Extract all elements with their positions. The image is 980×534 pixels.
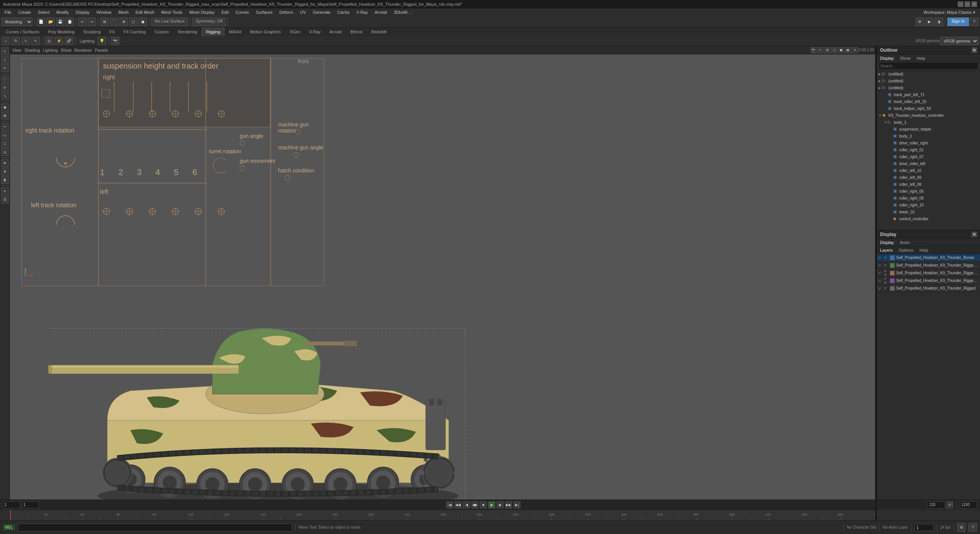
outliner-item[interactable]: ▣ roller_right_06 — [877, 188, 980, 195]
paint-tool[interactable]: ✏ — [1, 64, 9, 72]
outliner-item[interactable]: ▣ body_3 — [877, 133, 980, 139]
tab-mash[interactable]: MASH — [225, 28, 245, 36]
vp-grid-btn[interactable]: ⊞ — [824, 47, 830, 53]
create-curve[interactable]: 〜 — [1, 123, 9, 131]
vp-menu-show[interactable]: Show — [61, 48, 72, 52]
close-button[interactable]: ✕ — [972, 2, 977, 7]
menu-cache[interactable]: Cache — [334, 9, 353, 15]
vp-menu-renderer[interactable]: Renderer — [74, 48, 92, 52]
timeline-playhead[interactable] — [10, 510, 11, 520]
outliner-tab-help[interactable]: Help — [915, 56, 927, 61]
outliner-item[interactable]: ▣ suspension_helper — [877, 126, 980, 133]
outliner-item[interactable]: ▣ roller_right_07 — [877, 153, 980, 160]
tab-fx[interactable]: FX — [105, 28, 119, 36]
gamma-dropdown[interactable]: sRGB gamma — [940, 37, 978, 45]
vp-texture-btn[interactable]: ▦ — [845, 47, 851, 53]
current-frame-field[interactable] — [22, 501, 39, 508]
vp-menu-view[interactable]: View — [12, 48, 21, 52]
viewport[interactable]: suspension height and track order right — [10, 54, 877, 520]
open-file-btn[interactable]: 📂 — [46, 18, 55, 26]
layer-tab-anim[interactable]: Anim — [898, 240, 911, 245]
menu-surfaces[interactable]: Surfaces — [253, 9, 275, 15]
menu-create[interactable]: Create — [15, 9, 34, 15]
tab-arnold[interactable]: Arnold — [325, 28, 346, 36]
no-live-surface-btn[interactable]: No Live Surface — [151, 18, 188, 26]
snap-view-btn[interactable]: ◼ — [139, 18, 147, 26]
delete-history[interactable]: 🗑 — [1, 176, 9, 184]
tab-poly-modeling[interactable]: Poly Modeling — [44, 28, 79, 36]
outliner-item[interactable]: ▣ roller_right_10 — [877, 201, 980, 208]
outliner-item[interactable]: ▣ track_part_left_71 — [877, 91, 980, 98]
outliner-item[interactable]: ▣ tower_01 — [877, 208, 980, 215]
mode-dropdown[interactable]: Modeling Rigging Animation FX Rendering — [2, 18, 33, 26]
rotate-left[interactable]: ↻ — [1, 84, 9, 92]
create-surface[interactable]: ▭ — [1, 131, 9, 139]
step-fwd-btn[interactable]: ▶▶ — [505, 501, 512, 508]
menu-deform[interactable]: Deform — [276, 9, 296, 15]
outliner-search-input[interactable] — [879, 62, 978, 70]
layer-row[interactable]: V P Self_Propelled_Howitzer_K9_Thunder_R… — [877, 285, 980, 292]
outliner-tab-display[interactable]: Display — [879, 56, 895, 61]
lasso-tool[interactable]: ⌗ — [1, 56, 9, 64]
outliner-item[interactable]: ▣ roller_left_08 — [877, 181, 980, 188]
menu-window[interactable]: Window — [93, 9, 115, 15]
tab-bifrost[interactable]: Bifrost — [346, 28, 366, 36]
attr-editor[interactable]: ☰ — [1, 196, 9, 203]
outliner-options-btn[interactable]: ⚙ — [972, 48, 977, 53]
layer-subtab-options[interactable]: Options — [897, 247, 915, 253]
outliner-item[interactable]: ▣ drive_roller_left — [877, 160, 980, 167]
layer-row[interactable]: V P Self_Propelled_Howitzer_K9_Thunder_R… — [877, 262, 980, 269]
vp-menu-shading[interactable]: Shading — [25, 48, 40, 52]
outliner-item[interactable]: ▣ roller_right_01 — [877, 146, 980, 153]
soft-select[interactable]: ◉ — [1, 103, 9, 111]
snap-curve-btn[interactable]: ⌒ — [110, 18, 118, 26]
menu-generate[interactable]: Generate — [310, 9, 334, 15]
outliner-item[interactable]: ▶ ▷ (untitled) — [877, 70, 980, 77]
select-tool-left[interactable]: ↖ — [1, 48, 9, 55]
play-fwd-btn[interactable]: ▶ — [488, 501, 495, 508]
playback-end-field[interactable] — [960, 501, 977, 508]
undo-btn[interactable]: ↩ — [78, 18, 87, 26]
tab-sculpting[interactable]: Sculpting — [79, 28, 105, 36]
move-tool-btn[interactable]: ↔ — [2, 37, 10, 45]
step-back-btn[interactable]: ◀◀ — [455, 501, 461, 508]
layer-tab-display[interactable]: Display — [879, 240, 895, 245]
mel-input[interactable] — [18, 524, 293, 531]
snap-grid-btn[interactable]: ⊞ — [100, 18, 109, 26]
menu-file[interactable]: File — [2, 9, 15, 15]
outliner-item[interactable]: ▼ ◆ K9_Thunder_howitzer_controller — [877, 112, 980, 119]
menu-3dtoall[interactable]: 3DtoAll ... — [391, 9, 415, 15]
tab-curves-surfaces[interactable]: Curves / Surfaces — [2, 28, 43, 36]
tab-rigging[interactable]: Rigging — [202, 28, 224, 36]
create-polygon[interactable]: ⬡ — [1, 140, 9, 147]
symmetry-btn[interactable]: Symmetry: Off — [192, 18, 226, 26]
ipr-btn[interactable]: ◑ — [935, 18, 943, 26]
frame-input-status[interactable] — [915, 524, 934, 531]
sign-in-btn[interactable]: Sign In — [947, 18, 969, 26]
new-file-btn[interactable]: 📄 — [37, 18, 45, 26]
tab-vray[interactable]: V-Ray — [305, 28, 325, 36]
show-hide[interactable]: 👁 — [1, 159, 9, 167]
timeline-ruler[interactable]: 0204060801001201401601802002202402602803… — [10, 510, 877, 520]
end-frame-field[interactable] — [928, 501, 945, 508]
menu-select[interactable]: Select — [35, 9, 53, 15]
timeline-bar[interactable]: 0204060801001201401601802002202402602803… — [10, 509, 877, 520]
menu-edit[interactable]: Edit — [218, 9, 232, 15]
menu-vray[interactable]: V-Ray — [353, 9, 371, 15]
ik-handle-btn[interactable]: ⚡ — [55, 37, 63, 45]
help-btn[interactable]: ? — [970, 18, 978, 26]
prev-frame-btn[interactable]: ◀ — [463, 501, 470, 508]
tab-custom[interactable]: Custom — [150, 28, 173, 36]
menu-mesh-tools[interactable]: Mesh Tools — [158, 9, 185, 15]
layer-subtab-layers[interactable]: Layers — [879, 247, 894, 253]
menu-curves[interactable]: Curves — [232, 9, 252, 15]
layer-subtab-help[interactable]: Help — [918, 247, 930, 253]
menu-display[interactable]: Display — [73, 9, 93, 15]
tab-fx-caching[interactable]: FX Caching — [119, 28, 150, 36]
snap-together[interactable]: ⊠ — [1, 112, 9, 120]
menu-uv[interactable]: UV — [297, 9, 309, 15]
tab-motion-graphics[interactable]: Motion Graphics — [246, 28, 285, 36]
outliner-item[interactable]: ▣ track_helper_right_50 — [877, 105, 980, 112]
stop-btn[interactable]: ■ — [480, 501, 487, 508]
select-tool-btn[interactable]: ↖ — [31, 37, 40, 45]
